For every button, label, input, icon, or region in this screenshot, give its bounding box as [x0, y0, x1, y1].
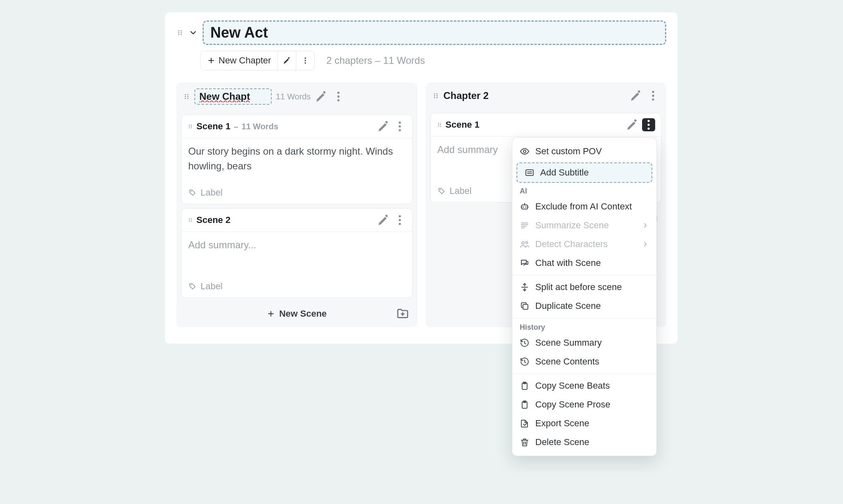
act-header-row	[176, 20, 666, 48]
act-title-input-wrapper[interactable]	[203, 20, 666, 45]
scene-footer: Label	[182, 277, 412, 297]
menu-label: Export Scene	[535, 418, 589, 429]
menu-copy-beats[interactable]: Copy Scene Beats	[512, 376, 656, 395]
act-toolbar: New Chapter 2 chapters – 11 Words	[176, 51, 666, 70]
menu-label: Duplicate Scene	[535, 301, 601, 311]
menu-separator	[512, 275, 656, 275]
chat-icon	[520, 258, 530, 268]
scene-title: Scene 1	[446, 119, 480, 130]
chapter-title-input-wrapper[interactable]	[194, 88, 272, 105]
chapter-title[interactable]: Chapter 2	[444, 88, 489, 103]
scene-header: Scene 1	[431, 113, 661, 137]
rename-scene-button[interactable]	[377, 120, 390, 133]
history-icon	[520, 357, 530, 367]
act-more-button[interactable]	[296, 51, 314, 70]
menu-set-custom-pov[interactable]: Set custom POV	[512, 142, 656, 161]
menu-label: Set custom POV	[535, 146, 602, 157]
chapter-column: 11 Words Scene 1 – 11 Words Our story be…	[176, 83, 417, 327]
scene-label[interactable]: Label	[450, 186, 472, 196]
menu-label: Copy Scene Prose	[535, 399, 610, 410]
menu-label: Split act before scene	[535, 282, 622, 292]
scene-label[interactable]: Label	[201, 187, 223, 198]
scene-word-count: 11 Words	[241, 122, 278, 131]
menu-label: Copy Scene Beats	[535, 380, 610, 391]
scene-summary[interactable]: Our story begins on a dark stormy night.…	[182, 138, 412, 183]
rename-scene-button[interactable]	[626, 118, 639, 131]
tag-icon	[188, 282, 196, 290]
chevron-right-icon	[642, 241, 649, 248]
scene-context-menu: Set custom POV Add Subtitle AI Exclude f…	[512, 137, 657, 456]
robot-icon	[520, 202, 530, 212]
drag-handle-icon[interactable]	[437, 122, 442, 128]
scene-words-sep: –	[234, 122, 238, 131]
chevron-right-icon	[642, 222, 649, 229]
chapter-title-input[interactable]	[199, 91, 267, 102]
collapse-toggle[interactable]	[189, 28, 198, 37]
users-icon	[520, 239, 530, 249]
menu-scene-summary-history[interactable]: Scene Summary	[512, 333, 656, 352]
drag-handle-icon[interactable]	[176, 29, 184, 36]
rename-act-button[interactable]	[277, 51, 296, 70]
menu-scene-contents-history[interactable]: Scene Contents	[512, 352, 656, 371]
scene-more-button[interactable]	[642, 118, 655, 131]
menu-separator	[512, 318, 656, 318]
scene-title: Scene 2	[196, 215, 230, 225]
scene-header: Scene 1 – 11 Words	[182, 115, 412, 138]
scene-header: Scene 2	[182, 209, 412, 232]
split-icon	[520, 282, 530, 292]
new-scene-button[interactable]: New Scene	[267, 308, 327, 319]
menu-split-act[interactable]: Split act before scene	[512, 278, 656, 297]
menu-label: Summarize Scene	[535, 220, 609, 231]
menu-label: Exclude from AI Context	[535, 201, 632, 212]
new-scene-label: New Scene	[279, 308, 327, 319]
eye-icon	[520, 146, 530, 156]
rename-chapter-button[interactable]	[315, 90, 328, 103]
scene-label[interactable]: Label	[201, 281, 223, 292]
subtitle-icon	[525, 168, 534, 178]
plus-icon	[207, 56, 215, 65]
scene-more-button[interactable]	[393, 120, 406, 133]
chapter-word-count: 11 Words	[276, 92, 311, 101]
menu-separator	[512, 374, 656, 374]
drag-handle-icon[interactable]	[432, 92, 440, 99]
scene-title: Scene 1	[196, 121, 230, 132]
menu-add-subtitle[interactable]: Add Subtitle	[516, 162, 652, 183]
export-icon	[520, 418, 530, 428]
act-stats: 2 chapters – 11 Words	[326, 55, 425, 66]
menu-duplicate-scene[interactable]: Duplicate Scene	[512, 297, 656, 315]
menu-delete-scene[interactable]: Delete Scene	[512, 433, 656, 452]
menu-label: Chat with Scene	[535, 258, 601, 268]
new-scene-row: New Scene	[176, 302, 417, 322]
menu-label: Add Subtitle	[540, 167, 589, 178]
add-to-folder-button[interactable]	[396, 307, 409, 320]
menu-label: Scene Contents	[535, 356, 600, 367]
scene-more-button[interactable]	[393, 214, 406, 227]
menu-exclude-ai[interactable]: Exclude from AI Context	[512, 197, 656, 216]
pencil-icon	[283, 56, 291, 65]
menu-summarize-scene: Summarize Scene	[512, 216, 656, 235]
more-icon	[301, 56, 309, 65]
menu-heading-ai: AI	[512, 184, 656, 197]
trash-icon	[520, 437, 530, 447]
copy-icon	[520, 301, 530, 311]
menu-label: Delete Scene	[535, 437, 589, 448]
chapter-more-button[interactable]	[332, 90, 345, 103]
new-chapter-button[interactable]: New Chapter	[201, 51, 277, 70]
tag-icon	[188, 189, 196, 197]
menu-copy-prose[interactable]: Copy Scene Prose	[512, 395, 656, 414]
scene-card[interactable]: Scene 2 Add summary... Label	[181, 208, 412, 298]
menu-detect-characters: Detect Characters	[512, 235, 656, 254]
clipboard-icon	[520, 381, 530, 391]
rename-scene-button[interactable]	[377, 214, 390, 227]
drag-handle-icon[interactable]	[183, 93, 190, 100]
menu-chat-with-scene[interactable]: Chat with Scene	[512, 254, 656, 272]
lines-icon	[520, 220, 530, 230]
act-button-group: New Chapter	[200, 51, 315, 70]
plus-icon	[267, 310, 275, 318]
act-title-input[interactable]	[210, 24, 658, 41]
menu-heading-history: History	[512, 321, 656, 333]
drag-handle-icon[interactable]	[187, 124, 193, 129]
drag-handle-icon[interactable]	[187, 217, 193, 223]
menu-label: Scene Summary	[535, 338, 602, 348]
menu-export-scene[interactable]: Export Scene	[512, 414, 656, 433]
